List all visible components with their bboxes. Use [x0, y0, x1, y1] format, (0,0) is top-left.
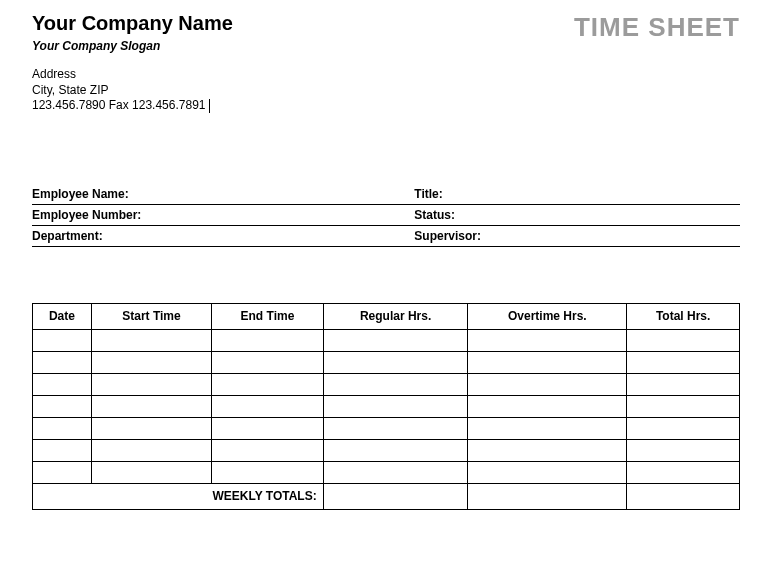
- address-line-2: City, State ZIP: [32, 83, 233, 99]
- employee-number-label: Employee Number:: [32, 208, 414, 222]
- document-title: TIME SHEET: [574, 12, 740, 43]
- col-total-hrs: Total Hrs.: [627, 303, 740, 329]
- table-row: [33, 373, 740, 395]
- company-slogan: Your Company Slogan: [32, 39, 233, 53]
- table-row: [33, 417, 740, 439]
- company-name: Your Company Name: [32, 12, 233, 35]
- department-label: Department:: [32, 229, 414, 243]
- table-row: [33, 351, 740, 373]
- col-date: Date: [33, 303, 92, 329]
- weekly-total-total: [627, 483, 740, 509]
- table-row: [33, 329, 740, 351]
- weekly-overtime-total: [468, 483, 627, 509]
- address-line-3: 123.456.7890 Fax 123.456.7891: [32, 98, 205, 112]
- table-row: [33, 395, 740, 417]
- text-cursor: [209, 99, 210, 113]
- weekly-regular-total: [323, 483, 468, 509]
- col-overtime-hrs: Overtime Hrs.: [468, 303, 627, 329]
- col-start-time: Start Time: [91, 303, 211, 329]
- employee-info-block: Employee Name: Title: Employee Number: S…: [32, 184, 740, 247]
- supervisor-label: Supervisor:: [414, 229, 740, 243]
- col-regular-hrs: Regular Hrs.: [323, 303, 468, 329]
- address-line-1: Address: [32, 67, 233, 83]
- employee-name-label: Employee Name:: [32, 187, 414, 201]
- title-label: Title:: [414, 187, 740, 201]
- table-row: [33, 439, 740, 461]
- weekly-totals-label: WEEKLY TOTALS:: [33, 483, 324, 509]
- weekly-totals-row: WEEKLY TOTALS:: [33, 483, 740, 509]
- status-label: Status:: [414, 208, 740, 222]
- col-end-time: End Time: [212, 303, 324, 329]
- table-row: [33, 461, 740, 483]
- timesheet-table: Date Start Time End Time Regular Hrs. Ov…: [32, 303, 740, 510]
